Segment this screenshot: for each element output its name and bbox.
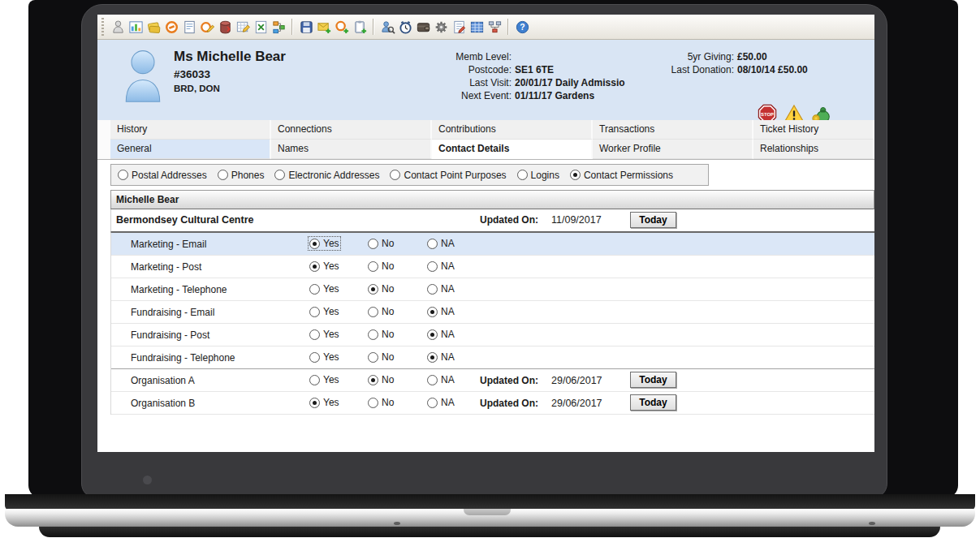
permission-option-yes[interactable]: Yes (309, 329, 339, 340)
radio-icon[interactable] (390, 170, 400, 180)
permission-option-yes[interactable]: Yes (309, 283, 339, 295)
person-icon[interactable] (109, 18, 127, 36)
filter-option-logins[interactable]: Logins (517, 170, 559, 181)
permission-option-yes[interactable]: Yes (309, 397, 339, 408)
permission-option-na[interactable]: NA (427, 397, 455, 408)
permission-option-na[interactable]: NA (427, 238, 455, 249)
tab-contact-details[interactable]: Contact Details (432, 140, 593, 159)
radio-icon[interactable] (368, 352, 378, 363)
today-button[interactable]: Today (630, 394, 676, 411)
chart-icon[interactable] (127, 18, 145, 36)
radio-icon[interactable] (309, 284, 320, 295)
radio-icon[interactable] (427, 261, 438, 272)
today-button[interactable]: Today (630, 212, 676, 228)
network-icon[interactable] (486, 18, 503, 36)
database-icon[interactable] (216, 18, 234, 36)
radio-icon[interactable] (309, 352, 320, 363)
tab-transactions[interactable]: Transactions (593, 120, 753, 140)
report-icon[interactable] (180, 18, 198, 36)
wallet-icon[interactable] (414, 18, 432, 36)
updated-on-date[interactable]: 11/09/2017 (551, 214, 602, 226)
permission-option-no[interactable]: No (368, 306, 394, 317)
toolbar-grip[interactable] (101, 18, 104, 36)
save-icon[interactable] (297, 18, 315, 36)
alarm-clock-icon[interactable] (396, 18, 414, 36)
radio-icon[interactable] (368, 307, 378, 317)
workflow-icon[interactable] (270, 18, 287, 36)
radio-icon[interactable] (427, 329, 438, 340)
radio-icon[interactable] (427, 284, 438, 295)
radio-icon[interactable] (309, 375, 320, 385)
seating-grid-icon[interactable] (234, 18, 252, 36)
person-search-icon[interactable] (378, 18, 396, 36)
permission-option-no[interactable]: No (368, 260, 394, 272)
add-ticket-icon[interactable] (333, 18, 351, 36)
permission-option-yes[interactable]: Yes (309, 306, 339, 317)
help-icon[interactable]: ? (513, 18, 531, 36)
permission-option-no[interactable]: No (368, 238, 394, 249)
radio-icon[interactable] (427, 398, 438, 408)
tab-connections[interactable]: Connections (271, 120, 432, 140)
tab-contributions[interactable]: Contributions (432, 120, 593, 140)
radio-icon[interactable] (309, 261, 320, 272)
permission-option-no[interactable]: No (368, 351, 394, 363)
permission-option-na[interactable]: NA (427, 260, 455, 272)
tab-relationships[interactable]: Relationships (753, 140, 874, 159)
tab-history[interactable]: History (110, 120, 271, 140)
permission-option-yes[interactable]: Yes (309, 351, 339, 363)
permission-option-no[interactable]: No (368, 397, 394, 408)
person-group-bar: Michelle Bear (110, 190, 874, 209)
radio-icon[interactable] (368, 261, 378, 272)
radio-icon[interactable] (274, 170, 285, 180)
permission-option-yes[interactable]: Yes (309, 374, 339, 385)
radio-icon[interactable] (368, 398, 378, 408)
membership-cards-icon[interactable] (145, 18, 162, 36)
permission-option-no[interactable]: No (368, 329, 394, 340)
permission-option-no[interactable]: No (368, 374, 394, 385)
add-envelope-icon[interactable] (315, 18, 333, 36)
permission-option-na[interactable]: NA (427, 306, 455, 317)
tasks-icon[interactable] (450, 18, 468, 36)
tab-worker-profile[interactable]: Worker Profile (593, 140, 753, 159)
permission-option-na[interactable]: NA (427, 329, 455, 340)
radio-icon[interactable] (309, 398, 320, 408)
filter-option-contact-point-purposes[interactable]: Contact Point Purposes (390, 170, 506, 181)
add-clipboard-icon[interactable] (351, 18, 369, 36)
ticket-edit-icon[interactable] (198, 18, 216, 36)
tab-ticket-history[interactable]: Ticket History (753, 120, 874, 140)
radio-icon[interactable] (368, 329, 378, 340)
ticket-icon[interactable] (162, 18, 180, 36)
gear-icon[interactable] (432, 18, 450, 36)
radio-icon[interactable] (118, 170, 128, 180)
radio-icon[interactable] (427, 352, 438, 363)
table-icon[interactable] (468, 18, 486, 36)
export-excel-icon[interactable] (252, 18, 270, 36)
permission-option-na[interactable]: NA (427, 351, 455, 363)
updated-on-date[interactable]: 29/06/2017 (551, 398, 602, 409)
filter-option-phones[interactable]: Phones (218, 170, 265, 181)
permission-option-no[interactable]: No (368, 283, 394, 295)
radio-icon[interactable] (309, 239, 320, 249)
permission-option-yes[interactable]: Yes (309, 238, 339, 249)
radio-icon[interactable] (427, 375, 438, 385)
radio-icon[interactable] (309, 307, 320, 317)
tab-names[interactable]: Names (271, 140, 432, 159)
radio-icon[interactable] (218, 170, 228, 180)
radio-icon[interactable] (427, 239, 438, 249)
radio-icon[interactable] (368, 239, 378, 249)
radio-icon[interactable] (570, 170, 581, 180)
updated-on-date[interactable]: 29/06/2017 (551, 375, 602, 386)
tab-general[interactable]: General (110, 140, 271, 159)
today-button[interactable]: Today (630, 372, 676, 388)
filter-option-electronic-addresses[interactable]: Electronic Addresses (274, 170, 379, 181)
radio-icon[interactable] (309, 329, 320, 340)
permission-option-na[interactable]: NA (427, 374, 455, 385)
filter-option-postal-addresses[interactable]: Postal Addresses (118, 170, 207, 181)
radio-icon[interactable] (517, 170, 528, 180)
filter-option-contact-permissions[interactable]: Contact Permissions (570, 170, 673, 181)
permission-option-yes[interactable]: Yes (309, 260, 339, 272)
radio-icon[interactable] (427, 307, 438, 317)
permission-option-na[interactable]: NA (427, 283, 455, 295)
radio-icon[interactable] (368, 284, 378, 295)
radio-icon[interactable] (368, 375, 378, 385)
